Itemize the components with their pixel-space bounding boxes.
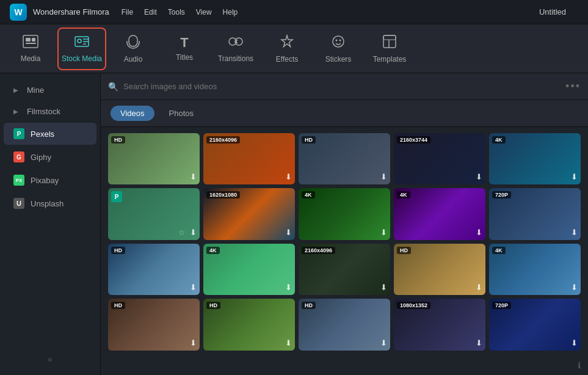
video-thumb[interactable]: 2160x4096 ⬇	[299, 244, 390, 295]
video-thumb[interactable]: HD ⬇	[108, 299, 200, 350]
download-icon[interactable]: ⬇	[285, 172, 292, 181]
video-thumb[interactable]: 4K ⬇	[489, 244, 581, 295]
toolbar-effects[interactable]: Effects	[263, 27, 311, 70]
toolbar-titles[interactable]: T Titles	[160, 27, 209, 70]
video-thumb[interactable]: 2160x4096 ⬇	[203, 133, 295, 184]
video-thumb[interactable]: HD ⬇	[108, 244, 200, 295]
download-icon[interactable]: ⬇	[380, 283, 387, 292]
pexels-icon: P	[13, 128, 24, 139]
video-thumb[interactable]: HD ⬇	[108, 133, 200, 184]
video-badge: 720P	[492, 302, 511, 309]
toolbar-media[interactable]: Media	[6, 27, 55, 70]
svg-point-9	[336, 39, 338, 41]
video-thumb[interactable]: 1080x1352 ⬇	[394, 299, 485, 350]
menu-tools[interactable]: Tools	[168, 8, 185, 16]
video-thumb[interactable]: 4K ⬇	[394, 188, 485, 239]
star-icon[interactable]: ☆	[178, 228, 185, 237]
toolbar-stock-media[interactable]: Stock Media	[57, 27, 106, 70]
menu-edit[interactable]: Edit	[144, 8, 157, 16]
toolbar-transitions[interactable]: Transitions	[211, 27, 260, 70]
info-icon[interactable]: ℹ	[578, 360, 581, 370]
download-icon[interactable]: ⬇	[285, 228, 292, 237]
video-thumb[interactable]: 4K ⬇	[299, 188, 390, 239]
svg-point-5	[78, 39, 81, 43]
video-thumb[interactable]: 1620x1080 ⬇	[203, 188, 295, 239]
search-input[interactable]	[123, 82, 561, 91]
unsplash-icon: U	[13, 198, 24, 209]
search-icon: 🔍	[108, 82, 118, 92]
video-thumb[interactable]: HD ⬇	[299, 299, 390, 350]
video-badge: 4K	[302, 191, 315, 198]
toolbar-audio[interactable]: Audio	[109, 27, 158, 70]
video-thumb[interactable]: P ☆ ⬇	[108, 188, 200, 239]
download-icon[interactable]: ⬇	[285, 283, 292, 292]
download-icon[interactable]: ⬇	[476, 338, 482, 348]
download-icon[interactable]: ⬇	[190, 338, 197, 348]
sidebar-pixabay-label: Pixabay	[31, 176, 59, 185]
svg-point-10	[339, 39, 341, 41]
download-icon[interactable]: ⬇	[571, 172, 578, 181]
toolbar-stickers[interactable]: Stickers	[314, 27, 363, 70]
tabs-bar: Videos Photos	[101, 100, 588, 127]
download-icon[interactable]: ⬇	[476, 172, 482, 181]
video-badge: 720P	[492, 191, 511, 198]
sidebar-filmstock-label: Filmstock	[27, 107, 60, 116]
more-options-icon[interactable]: •••	[565, 80, 581, 93]
main-area: ▶ Mine ▶ Filmstock P Pexels G Giphy PX P…	[0, 73, 588, 375]
video-thumb[interactable]: 2160x3744 ⬇	[394, 133, 485, 184]
stock-media-icon	[74, 35, 90, 51]
tab-videos[interactable]: Videos	[111, 106, 154, 121]
video-thumb[interactable]: 4K ⬇	[203, 244, 295, 295]
download-icon[interactable]: ⬇	[476, 228, 482, 237]
svg-rect-11	[383, 35, 396, 48]
menu-view[interactable]: View	[196, 8, 212, 16]
content-area: 🔍 ••• Videos Photos HD ⬇ 2160x4096	[101, 73, 588, 375]
video-thumb[interactable]: 720P ⬇	[489, 188, 581, 239]
toolbar-stock-label: Stock Media	[62, 54, 102, 63]
toolbar-effects-label: Effects	[276, 55, 298, 64]
download-icon[interactable]: ⬇	[190, 172, 197, 181]
tab-photos[interactable]: Photos	[159, 106, 203, 121]
search-bar: 🔍 •••	[101, 73, 588, 100]
svg-point-8	[333, 36, 344, 47]
video-badge: HD	[302, 302, 316, 309]
menu-help[interactable]: Help	[223, 8, 238, 16]
video-thumb[interactable]: HD ⬇	[299, 133, 390, 184]
video-thumb[interactable]: 720P ⬇	[489, 299, 581, 350]
menu-file[interactable]: File	[122, 8, 133, 16]
video-badge: HD	[111, 247, 125, 254]
video-thumb[interactable]: 4K ⬇	[489, 133, 581, 184]
download-icon[interactable]: ⬇	[571, 283, 578, 292]
sidebar-item-pixabay[interactable]: PX Pixabay	[4, 169, 96, 191]
sidebar-item-mine[interactable]: ▶ Mine	[4, 80, 96, 100]
sidebar-collapse-btn[interactable]: «	[0, 349, 100, 369]
video-badge: HD	[111, 302, 125, 309]
toolbar-templates[interactable]: Templates	[365, 27, 414, 70]
download-icon[interactable]: ⬇	[190, 283, 197, 292]
download-icon[interactable]: ⬇	[380, 338, 387, 348]
video-badge: 1620x1080	[206, 191, 240, 198]
video-thumb[interactable]: HD ⬇	[394, 244, 485, 295]
app-name: Wondershare Filmora	[33, 7, 109, 16]
video-badge: 4K	[206, 247, 220, 254]
download-icon[interactable]: ⬇	[380, 172, 387, 181]
download-icon[interactable]: ⬇	[285, 338, 292, 348]
sidebar-item-filmstock[interactable]: ▶ Filmstock	[4, 101, 96, 122]
svg-rect-12	[383, 35, 396, 40]
sidebar-item-pexels[interactable]: P Pexels	[4, 123, 96, 145]
download-icon[interactable]: ⬇	[380, 228, 387, 237]
video-badge: 2160x4096	[206, 136, 240, 144]
video-thumb[interactable]: HD ⬇	[203, 299, 295, 350]
sidebar: ▶ Mine ▶ Filmstock P Pexels G Giphy PX P…	[0, 73, 101, 375]
video-badge: 4K	[492, 247, 506, 254]
download-icon[interactable]: ⬇	[476, 283, 482, 292]
video-badge: HD	[111, 136, 125, 144]
sidebar-item-unsplash[interactable]: U Unsplash	[4, 192, 96, 214]
mine-arrow-icon: ▶	[13, 87, 18, 93]
giphy-icon: G	[13, 151, 24, 162]
download-icon[interactable]: ⬇	[190, 228, 197, 237]
download-icon[interactable]: ⬇	[571, 338, 578, 348]
sidebar-item-giphy[interactable]: G Giphy	[4, 146, 96, 168]
download-icon[interactable]: ⬇	[571, 228, 578, 237]
video-badge: 4K	[397, 191, 410, 198]
